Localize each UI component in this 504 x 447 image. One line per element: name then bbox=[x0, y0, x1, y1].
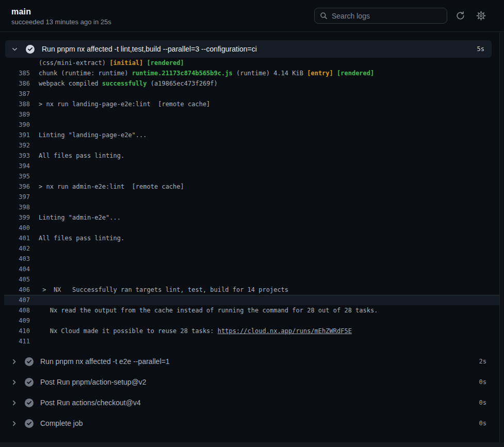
search-icon bbox=[320, 12, 328, 20]
line-number[interactable]: 394 bbox=[0, 162, 30, 170]
log-token: Linting "landing-page-e2e"... bbox=[39, 131, 147, 139]
line-text: > nx run landing-page-e2e:lint [remote c… bbox=[30, 101, 210, 108]
log-settings-button[interactable] bbox=[473, 8, 489, 24]
log-line: 404 bbox=[0, 264, 499, 274]
log-line: 386webpack compiled successfully (a19865… bbox=[0, 78, 499, 89]
step-title: Run pnpm nx affected -t lint,test,build … bbox=[42, 45, 257, 53]
log-token-green: [rendered] bbox=[147, 59, 184, 67]
line-number[interactable]: 397 bbox=[0, 193, 30, 201]
log-line: 398 bbox=[0, 202, 499, 212]
log-token bbox=[143, 59, 147, 67]
log-line: 405 bbox=[0, 274, 499, 285]
log-line: 393All files pass linting. bbox=[0, 151, 499, 161]
step-duration: 5s bbox=[477, 45, 484, 53]
log-token: Linting "admin-e2e"... bbox=[39, 214, 121, 221]
job-status-text: succeeded 13 minutes ago in 25s bbox=[11, 18, 111, 26]
line-number[interactable]: 398 bbox=[0, 204, 30, 211]
chevron-right-icon[interactable] bbox=[11, 358, 18, 365]
line-number[interactable]: 393 bbox=[0, 152, 30, 159]
log-line: 389 bbox=[0, 109, 499, 120]
success-check-icon bbox=[25, 419, 34, 428]
log-token: (css/mini-extract) bbox=[39, 59, 109, 67]
step-section-expanded: Run pnpm nx affected -t lint,test,build … bbox=[0, 40, 504, 346]
line-number[interactable]: 401 bbox=[0, 235, 30, 242]
chevron-right-icon[interactable] bbox=[11, 400, 18, 406]
line-number[interactable]: 385 bbox=[0, 70, 30, 77]
log-token: All files pass linting. bbox=[39, 235, 124, 242]
refresh-logs-button[interactable] bbox=[452, 8, 468, 24]
vertical-scrollbar-track[interactable] bbox=[499, 32, 504, 447]
log-toolbar bbox=[314, 8, 489, 24]
line-text: Nx Cloud made it possible to reuse 28 ta… bbox=[30, 327, 352, 335]
log-line: 397 bbox=[0, 192, 499, 202]
step-duration: 0s bbox=[479, 420, 486, 427]
step-title: Complete job bbox=[40, 419, 83, 427]
step-header-collapsed[interactable]: Post Run actions/checkout@v40s bbox=[0, 392, 499, 413]
log-line: 387 bbox=[0, 89, 499, 99]
job-title: main bbox=[11, 7, 111, 16]
line-text: Nx read the output from the cache instea… bbox=[30, 307, 378, 314]
line-number[interactable]: 402 bbox=[0, 245, 30, 252]
line-number[interactable]: 410 bbox=[0, 327, 30, 335]
log-line: 391Linting "landing-page-e2e"... bbox=[0, 130, 499, 140]
search-input-container[interactable] bbox=[314, 8, 447, 24]
line-number[interactable]: 392 bbox=[0, 142, 30, 149]
step-header-collapsed[interactable]: Post Run pnpm/action-setup@v20s bbox=[0, 372, 499, 392]
log-line: 403 bbox=[0, 254, 499, 264]
search-input[interactable] bbox=[332, 12, 442, 20]
log-line: 400 bbox=[0, 223, 499, 233]
line-number[interactable]: 386 bbox=[0, 80, 30, 87]
step-header-collapsed[interactable]: Complete job0s bbox=[0, 413, 499, 434]
line-number[interactable]: 406 bbox=[0, 286, 30, 293]
step-header-run-lint-test-build[interactable]: Run pnpm nx affected -t lint,test,build … bbox=[5, 40, 492, 58]
line-text: webpack compiled successfully (a19865ec4… bbox=[30, 80, 218, 87]
log-token: > nx run landing-page-e2e:lint [remote c… bbox=[39, 101, 210, 108]
line-number[interactable]: 396 bbox=[0, 183, 30, 190]
line-number[interactable]: 387 bbox=[0, 90, 30, 97]
line-number[interactable]: 409 bbox=[0, 317, 30, 324]
success-check-icon bbox=[25, 399, 34, 407]
chevron-down-icon[interactable] bbox=[11, 46, 18, 53]
chevron-right-icon[interactable] bbox=[11, 379, 18, 386]
line-number[interactable]: 400 bbox=[0, 224, 30, 231]
step-duration: 0s bbox=[479, 399, 486, 406]
line-text: Linting "landing-page-e2e"... bbox=[30, 131, 147, 139]
log-token-orange: [entry] bbox=[307, 70, 333, 77]
log-line: 390 bbox=[0, 120, 499, 130]
line-text: Linting "admin-e2e"... bbox=[30, 214, 121, 221]
line-number[interactable]: 391 bbox=[0, 131, 30, 139]
line-number[interactable]: 389 bbox=[0, 111, 30, 118]
log-token: (a19865ec473f269f) bbox=[147, 80, 218, 87]
line-number[interactable]: 408 bbox=[0, 307, 30, 314]
line-number[interactable]: 407 bbox=[0, 296, 30, 304]
log-line: 411 bbox=[0, 336, 499, 346]
log-line: 394 bbox=[0, 161, 499, 171]
log-token-green: successfully bbox=[102, 80, 147, 87]
step-title: Post Run pnpm/action-setup@v2 bbox=[40, 378, 147, 386]
log-line: 392 bbox=[0, 140, 499, 151]
line-text: chunk (runtime: runtime) runtime.21173c8… bbox=[30, 70, 374, 77]
line-text: > NX Successfully ran targets lint, test… bbox=[30, 286, 288, 293]
line-number[interactable]: 403 bbox=[0, 255, 30, 262]
log-token: chunk (runtime: runtime) bbox=[39, 70, 132, 77]
line-text: All files pass linting. bbox=[30, 235, 124, 242]
log-lines: (css/mini-extract) [initial] [rendered]3… bbox=[0, 58, 499, 346]
chevron-right-icon[interactable] bbox=[11, 420, 18, 427]
success-check-icon bbox=[25, 378, 34, 387]
step-header-collapsed[interactable]: Run pnpm nx affected -t e2e --parallel=1… bbox=[0, 351, 499, 372]
log-line: 402 bbox=[0, 243, 499, 254]
horizontal-scrollbar-track[interactable] bbox=[0, 442, 504, 447]
success-check-icon bbox=[25, 357, 34, 366]
line-number[interactable]: 399 bbox=[0, 214, 30, 221]
line-number[interactable]: 388 bbox=[0, 101, 30, 108]
log-link[interactable]: https://cloud.nx.app/runs/mEhZWRdF5E bbox=[218, 327, 352, 335]
log-line-highlighted: 407 bbox=[0, 295, 499, 305]
line-number[interactable]: 411 bbox=[0, 338, 30, 345]
log-token: Nx read the output from the cache instea… bbox=[39, 307, 378, 314]
log-token-green: [rendered] bbox=[337, 70, 374, 77]
line-number[interactable]: 390 bbox=[0, 121, 30, 128]
line-number[interactable]: 404 bbox=[0, 266, 30, 273]
log-token: > NX Successfully ran targets lint, test… bbox=[39, 286, 288, 293]
line-number[interactable]: 405 bbox=[0, 276, 30, 283]
line-number[interactable]: 395 bbox=[0, 173, 30, 180]
